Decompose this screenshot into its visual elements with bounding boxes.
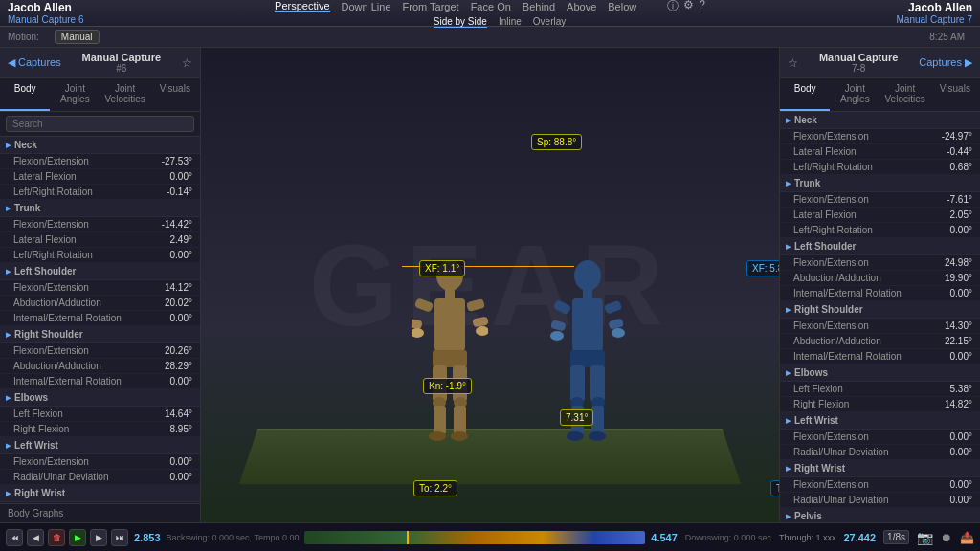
left-lshoulder-row-2: Abduction/Adduction 20.02° — [0, 296, 200, 311]
left-section-neck[interactable]: ▸ Neck — [0, 137, 200, 154]
left-rshoulder-row-1: Flexion/Extension 20.26° — [0, 343, 200, 359]
transport-controls: ⏮ ◀ 🗑 ▶ ▶ ⏭ — [6, 529, 128, 546]
right-star-icon[interactable]: ☆ — [788, 56, 798, 70]
btn-play[interactable]: ▶ — [69, 529, 86, 546]
left-trunk-row-3: Left/Right Rotation 0.00° — [0, 248, 200, 263]
right-lwrist-row-1: Flexion/Extension 0.00° — [780, 430, 980, 445]
left-back-button[interactable]: ◀ Captures — [8, 56, 61, 69]
nav-fromtarget[interactable]: From Target — [403, 1, 459, 12]
nav-sidebyside[interactable]: Side by Side — [434, 16, 487, 28]
left-section-rwrist[interactable]: ▸ Right Wrist — [0, 485, 200, 502]
motion-label: Motion: — [8, 32, 39, 42]
btn-skip-end[interactable]: ⏭ — [111, 529, 128, 546]
right-tab-body[interactable]: Body — [780, 78, 830, 111]
svg-rect-14 — [434, 406, 446, 434]
left-star-icon[interactable]: ☆ — [182, 56, 192, 70]
counter-through: Through: 1.xxx — [779, 533, 836, 542]
label-to-left: To: 2.2° — [413, 480, 457, 496]
fps-display[interactable]: 1/8s — [883, 530, 909, 544]
right-tab-visuals[interactable]: Visuals — [930, 78, 980, 111]
right-tab-joint-velocities[interactable]: Joint Velocities — [880, 78, 930, 111]
svg-point-7 — [412, 328, 424, 338]
label-xf-left: XF: 1.1° — [419, 260, 465, 276]
right-tab-joint-angles[interactable]: Joint Angles — [830, 78, 880, 111]
right-section-pelvis[interactable]: ▸ Pelvis — [780, 508, 980, 522]
left-section-trunk[interactable]: ▸ Trunk — [0, 200, 200, 217]
left-panel-content: ▸ Neck Flexion/Extension -27.53° Lateral… — [0, 137, 200, 503]
svg-rect-1 — [445, 289, 455, 298]
timeline-label-left: Backswing: 0.000 sec, Tempo 0.00 — [167, 533, 300, 542]
left-section-elbows[interactable]: ▸ Elbows — [0, 389, 200, 407]
right-panel-title: Manual Capture — [804, 52, 913, 63]
help-icon[interactable]: ? — [699, 0, 705, 14]
right-panel-tabs: Body Joint Angles Joint Velocities Visua… — [780, 78, 980, 112]
btn-skip-start[interactable]: ⏮ — [6, 529, 23, 546]
nav-above[interactable]: Above — [567, 1, 596, 12]
info-icon[interactable]: ⓘ — [667, 0, 679, 14]
right-section-lwrist[interactable]: ▸ Left Wrist — [780, 412, 980, 430]
camera-icon[interactable]: 📷 — [917, 530, 933, 545]
share-icon[interactable]: 📤 — [960, 531, 974, 544]
left-panel-search — [0, 112, 200, 137]
right-elbows-row-1: Left Flexion 5.38° — [780, 382, 980, 397]
right-section-neck[interactable]: ▸ Neck — [780, 112, 980, 129]
right-rwrist-row-1: Flexion/Extension 0.00° — [780, 477, 980, 493]
left-neck-row-1: Flexion/Extension -27.53° — [0, 154, 200, 169]
nav-below[interactable]: Below — [608, 1, 636, 12]
left-section-rshoulder[interactable]: ▸ Right Shoulder — [0, 326, 200, 343]
left-tab-joint-angles[interactable]: Joint Angles — [50, 78, 100, 111]
left-search-input[interactable] — [6, 116, 194, 132]
left-tab-joint-velocities[interactable]: Joint Velocities — [100, 78, 150, 111]
right-section-trunk[interactable]: ▸ Trunk — [780, 175, 980, 192]
left-tab-visuals[interactable]: Visuals — [150, 78, 200, 111]
right-section-rwrist[interactable]: ▸ Right Wrist — [780, 460, 980, 477]
svg-rect-15 — [454, 406, 466, 434]
nav-downline[interactable]: Down Line — [342, 1, 391, 12]
btn-next[interactable]: ▶ — [90, 529, 107, 546]
left-lshoulder-row-1: Flexion/Extension 14.12° — [0, 280, 200, 296]
left-user-info: Jacob Allen Manual Capture 6 — [8, 1, 84, 25]
svg-rect-28 — [570, 365, 585, 402]
btn-delete[interactable]: 🗑 — [48, 529, 65, 546]
left-lshoulder-row-3: Internal/External Rotation 0.00° — [0, 311, 200, 326]
right-section-elbows[interactable]: ▸ Elbows — [780, 364, 980, 382]
right-neck-row-3: Left/Right Rotation 0.68° — [780, 160, 980, 175]
nav-faceon[interactable]: Face On — [471, 1, 511, 12]
right-neck-row-2: Lateral Flexion -0.44° — [780, 144, 980, 160]
left-lwrist-row-1: Flexion/Extension 0.00° — [0, 454, 200, 470]
left-rshoulder-row-2: Abduction/Adduction 28.29° — [0, 359, 200, 374]
svg-rect-21 — [553, 299, 572, 315]
left-username: Jacob Allen — [8, 1, 84, 14]
right-user-info: Jacob Allen Manual Capture 7 — [897, 1, 973, 25]
settings-icon[interactable]: ⚙ — [683, 0, 694, 14]
svg-rect-2 — [434, 298, 465, 351]
nav-behind[interactable]: Behind — [523, 1, 555, 12]
svg-point-34 — [567, 431, 584, 441]
timeline-marker — [407, 531, 409, 544]
btn-prev[interactable]: ◀ — [27, 529, 44, 546]
left-capture-label: Manual Capture 6 — [8, 14, 84, 25]
record-icon[interactable]: ⏺ — [941, 531, 952, 544]
left-panel-header: ◀ Captures Manual Capture #6 ☆ — [0, 48, 200, 78]
timeline-bar[interactable] — [304, 531, 645, 544]
nav-overlay[interactable]: Overlay — [533, 16, 566, 28]
header-icon-group: ⓘ ⚙ ? — [667, 0, 705, 14]
label-to-right: To: 13.4° — [770, 480, 779, 496]
left-section-lshoulder[interactable]: ▸ Left Shoulder — [0, 263, 200, 280]
left-tab-body[interactable]: Body — [0, 78, 50, 111]
svg-point-25 — [550, 331, 564, 341]
nav-perspective[interactable]: Perspective — [275, 0, 329, 12]
nav-inline[interactable]: Inline — [499, 16, 522, 28]
right-section-rshoulder[interactable]: ▸ Right Shoulder — [780, 301, 980, 319]
right-lwrist-row-2: Radial/Ulnar Deviation 0.00° — [780, 445, 980, 460]
motion-value[interactable]: Manual — [55, 30, 100, 44]
left-section-lwrist[interactable]: ▸ Left Wrist — [0, 437, 200, 454]
right-rshoulder-row-3: Internal/External Rotation 0.00° — [780, 349, 980, 364]
right-panel-num: 7-8 — [804, 63, 913, 74]
right-capture-label: Manual Capture 7 — [897, 14, 973, 25]
body-graphs-label[interactable]: Body Graphs — [0, 503, 200, 522]
right-back-button[interactable]: Captures ▶ — [919, 56, 972, 69]
left-figure-svg — [412, 254, 488, 446]
left-lwrist-row-2: Radial/Ulnar Deviation 0.00° — [0, 470, 200, 485]
right-section-lshoulder[interactable]: ▸ Left Shoulder — [780, 238, 980, 255]
